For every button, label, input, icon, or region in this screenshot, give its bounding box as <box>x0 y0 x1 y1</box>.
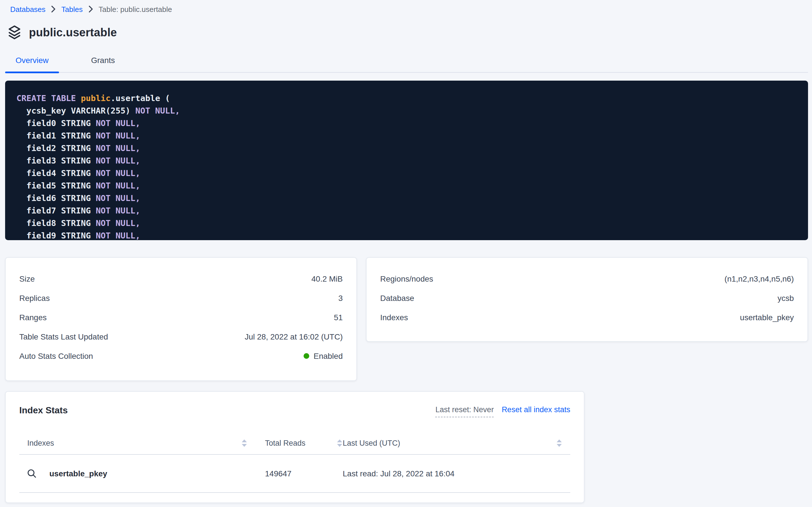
table-stats-panels: Size 40.2 MiB Replicas 3 Ranges 51 Table… <box>5 257 808 381</box>
tab-bar: Overview Grants <box>5 50 808 73</box>
stat-row-indexes: Indexes usertable_pkey <box>380 308 794 327</box>
tab-grants[interactable]: Grants <box>76 50 130 72</box>
index-stats-header: Index Stats Last reset: Never Reset all … <box>19 405 570 424</box>
total-reads-value: 149647 <box>265 469 291 478</box>
code-line: field6 STRING NOT NULL, <box>16 192 797 205</box>
column-header-total-reads[interactable]: Total Reads <box>265 439 343 447</box>
location-stats-panel: Regions/nodes (n1,n2,n3,n4,n5,n6) Databa… <box>366 257 808 342</box>
stat-row-ranges: Ranges 51 <box>19 308 343 327</box>
stat-value: usertable_pkey <box>740 313 794 322</box>
table-stats-panel: Size 40.2 MiB Replicas 3 Ranges 51 Table… <box>5 257 357 381</box>
code-line: field8 STRING NOT NULL, <box>16 217 797 229</box>
index-stats-table: Indexes Total Reads Last Used (UTC) <box>19 432 570 493</box>
code-line: ycsb_key VARCHAR(255) NOT NULL, <box>16 105 797 117</box>
stat-label: Database <box>380 293 414 302</box>
index-stats-title: Index Stats <box>19 405 68 415</box>
stat-row-regions: Regions/nodes (n1,n2,n3,n4,n5,n6) <box>380 269 794 288</box>
magnifier-icon <box>27 469 36 478</box>
column-label[interactable]: Indexes <box>27 439 54 447</box>
index-stats-actions: Last reset: Never Reset all index stats <box>436 405 570 417</box>
breadcrumb: Databases Tables Table: public.usertable <box>0 0 812 15</box>
reset-index-stats-link[interactable]: Reset all index stats <box>502 405 570 414</box>
code-line: CREATE TABLE public.usertable ( <box>16 92 797 105</box>
page-title: public.usertable <box>29 26 117 39</box>
last-used-value: Last read: Jul 28, 2022 at 16:04 <box>343 469 454 478</box>
stat-row-size: Size 40.2 MiB <box>19 269 343 288</box>
stat-label: Size <box>19 274 35 283</box>
stat-row-replicas: Replicas 3 <box>19 288 343 308</box>
stat-row-database: Database ycsb <box>380 288 794 308</box>
stat-label: Auto Stats Collection <box>19 351 93 360</box>
sort-arrows-icon <box>556 439 562 447</box>
code-line: field3 STRING NOT NULL, <box>16 155 797 167</box>
tab-overview[interactable]: Overview <box>5 50 59 72</box>
stat-row-stats-updated: Table Stats Last Updated Jul 28, 2022 at… <box>19 327 343 346</box>
index-name: usertable_pkey <box>49 469 107 478</box>
stat-row-auto-stats: Auto Stats Collection Enabled <box>19 346 343 365</box>
stat-value: 3 <box>338 293 343 302</box>
code-line: field0 STRING NOT NULL, <box>16 117 797 129</box>
stat-label: Regions/nodes <box>380 274 433 283</box>
sort-arrows-icon <box>336 439 343 447</box>
status-dot-icon <box>303 353 309 359</box>
stat-value: 51 <box>334 313 343 322</box>
page-header: public.usertable <box>8 24 812 41</box>
stat-value: Jul 28, 2022 at 16:02 (UTC) <box>245 332 343 341</box>
code-line: field7 STRING NOT NULL, <box>16 205 797 217</box>
status-badge: Enabled <box>303 351 343 360</box>
last-reset-label: Last reset: Never <box>436 405 494 417</box>
code-line: field4 STRING NOT NULL, <box>16 167 797 179</box>
stack-icon <box>8 25 21 40</box>
index-stats-card: Index Stats Last reset: Never Reset all … <box>5 391 584 503</box>
breadcrumb-databases[interactable]: Databases <box>10 5 45 13</box>
total-reads-cell: 149647 <box>265 469 343 478</box>
stat-label: Indexes <box>380 313 408 322</box>
column-header-last-used[interactable]: Last Used (UTC) <box>343 439 570 447</box>
create-table-statement: CREATE TABLE public.usertable ( ycsb_key… <box>5 80 808 240</box>
index-name-cell: usertable_pkey <box>19 469 247 478</box>
breadcrumb-current: Table: public.usertable <box>99 5 172 13</box>
code-line: field9 STRING NOT NULL, <box>16 229 797 240</box>
table-header-row: Indexes Total Reads Last Used (UTC) <box>19 432 570 455</box>
sort-arrows-icon <box>241 439 247 447</box>
stat-value: (n1,n2,n3,n4,n5,n6) <box>725 274 794 283</box>
column-header-indexes[interactable]: Indexes <box>19 439 247 447</box>
stat-value: ycsb <box>777 293 794 302</box>
stat-label: Replicas <box>19 293 50 302</box>
stat-label: Ranges <box>19 313 47 322</box>
column-label[interactable]: Last Used (UTC) <box>343 439 400 447</box>
code-line: field1 STRING NOT NULL, <box>16 129 797 142</box>
breadcrumb-tables[interactable]: Tables <box>61 5 82 13</box>
table-details-page: Databases Tables Table: public.usertable… <box>0 0 812 507</box>
stat-value: 40.2 MiB <box>312 274 343 283</box>
stat-label: Table Stats Last Updated <box>19 332 108 341</box>
chevron-right-icon <box>51 6 56 12</box>
column-label[interactable]: Total Reads <box>265 439 306 447</box>
table-row: usertable_pkey 149647 Last read: Jul 28,… <box>19 455 570 493</box>
chevron-right-icon <box>88 6 93 12</box>
stat-value: Enabled <box>314 351 343 360</box>
code-line: field5 STRING NOT NULL, <box>16 179 797 192</box>
code-line: field2 STRING NOT NULL, <box>16 142 797 155</box>
last-used-cell: Last read: Jul 28, 2022 at 16:04 <box>343 469 570 478</box>
